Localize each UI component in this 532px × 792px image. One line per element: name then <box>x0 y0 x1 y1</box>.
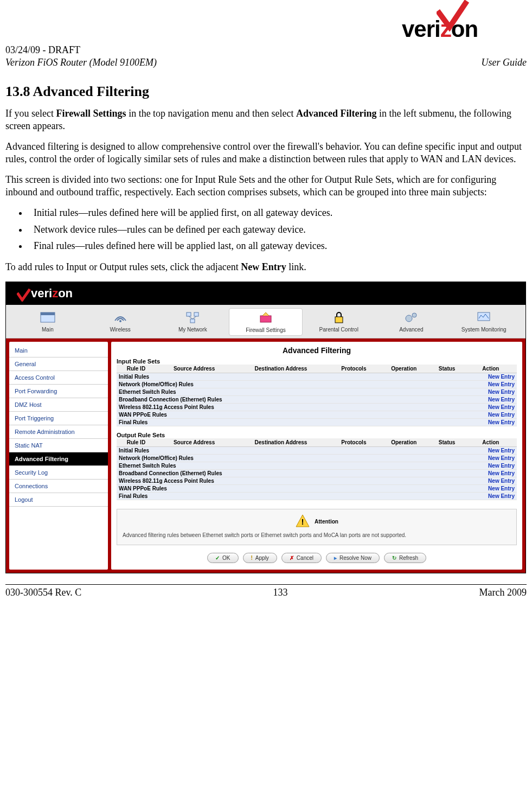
new-entry-link[interactable]: New Entry <box>488 478 515 484</box>
nav-main[interactable]: Main <box>11 308 84 336</box>
new-entry-link[interactable]: New Entry <box>488 448 515 454</box>
cancel-button[interactable]: ✗Cancel <box>281 553 322 563</box>
col-action: Action <box>465 438 517 447</box>
attention-box: ! Attention Advanced filtering rules bet… <box>117 509 517 545</box>
sidebar-item-connections[interactable]: Connections <box>9 480 108 493</box>
refresh-button[interactable]: ↻Refresh <box>384 553 426 563</box>
col-rule-id: Rule ID <box>117 365 156 373</box>
rule-row: Network (Home/Office) RulesNew Entry <box>117 455 517 462</box>
nav-mynetwork[interactable]: My Network <box>156 308 229 336</box>
new-entry-link[interactable]: New Entry <box>488 419 515 425</box>
nav-label: Parental Control <box>319 327 358 333</box>
rule-row: Ethernet Switch RulesNew Entry <box>117 388 517 396</box>
svg-rect-1 <box>41 312 55 315</box>
col-dest: Destination Address <box>233 438 329 447</box>
sidebar-item-static-nat[interactable]: Static NAT <box>9 439 108 452</box>
new-entry-link[interactable]: New Entry <box>488 381 515 387</box>
input-rules-table: Rule ID Source Address Destination Addre… <box>117 365 517 426</box>
footer-right: March 2009 <box>479 587 527 598</box>
bullet-list: Initial rules—rules defined here will be… <box>5 207 527 252</box>
attention-label: Attention <box>315 519 338 525</box>
col-rule-id: Rule ID <box>117 438 156 447</box>
sidebar-item-advanced-filtering[interactable]: Advanced Filtering <box>9 452 108 466</box>
resolve-now-button[interactable]: ▸Resolve Now <box>326 553 380 563</box>
nav-parental[interactable]: Parental Control <box>303 308 375 336</box>
new-entry-link[interactable]: New Entry <box>488 374 515 380</box>
nav-advanced[interactable]: Advanced <box>375 308 448 336</box>
rule-name: Initial Rules <box>117 447 465 455</box>
doc-type: User Guide <box>482 57 527 68</box>
nav-label: My Network <box>178 327 207 333</box>
input-rule-sets-label: Input Rule Sets <box>117 358 517 365</box>
new-entry-link[interactable]: New Entry <box>488 397 515 403</box>
close-icon: ✗ <box>290 555 294 561</box>
gears-icon <box>377 309 446 325</box>
nav-label: Main <box>42 327 54 333</box>
warning-icon: ! <box>295 514 310 529</box>
sidebar-item-dmz-host[interactable]: DMZ Host <box>9 398 108 412</box>
svg-rect-3 <box>187 312 191 316</box>
sidebar-item-port-forwarding[interactable]: Port Forwarding <box>9 385 108 398</box>
rule-row: Wireless 802.11g Access Point RulesNew E… <box>117 404 517 411</box>
ok-button[interactable]: ✓OK <box>207 553 238 563</box>
new-entry-link[interactable]: New Entry <box>488 404 515 410</box>
col-protocols: Protocols <box>329 438 379 447</box>
intro-paragraph-4: To add rules to Input or Output rules se… <box>5 261 527 273</box>
sidebar-item-logout[interactable]: Logout <box>9 493 108 507</box>
new-entry-link[interactable]: New Entry <box>488 455 515 461</box>
rule-row: Final RulesNew Entry <box>117 419 517 426</box>
monitor-icon <box>450 309 518 325</box>
col-operation: Operation <box>379 365 429 373</box>
sidebar-item-security-log[interactable]: Security Log <box>9 466 108 480</box>
rule-row: Initial RulesNew Entry <box>117 373 517 381</box>
new-entry-link[interactable]: New Entry <box>488 389 515 395</box>
bullet-item: Initial rules—rules defined here will be… <box>28 207 527 219</box>
new-entry-link[interactable]: New Entry <box>488 412 515 418</box>
nav-label: Wireless <box>110 327 130 333</box>
col-operation: Operation <box>379 438 429 447</box>
svg-point-2 <box>119 320 121 322</box>
apply-button[interactable]: !Apply <box>243 553 277 563</box>
footer-page-number: 133 <box>273 587 287 598</box>
col-action: Action <box>465 365 517 373</box>
rule-name: Final Rules <box>117 493 465 500</box>
svg-rect-5 <box>190 319 195 323</box>
rule-name: Final Rules <box>117 419 465 426</box>
refresh-icon: ↻ <box>392 555 396 561</box>
sidebar-item-port-triggering[interactable]: Port Triggering <box>9 412 108 425</box>
svg-point-10 <box>406 315 412 322</box>
rule-name: Broadband Connection (Ethernet) Rules <box>117 470 465 477</box>
sidebar-item-main[interactable]: Main <box>9 344 108 357</box>
rule-name: Ethernet Switch Rules <box>117 388 465 396</box>
new-entry-link[interactable]: New Entry <box>488 463 515 469</box>
rule-name: Initial Rules <box>117 373 465 381</box>
nav-label: Firewall Settings <box>246 327 285 333</box>
nav-firewall[interactable]: Firewall Settings <box>229 308 303 336</box>
new-entry-link[interactable]: New Entry <box>488 470 515 476</box>
rule-row: Ethernet Switch RulesNew Entry <box>117 462 517 470</box>
bullet-item: Final rules—rules defined here will be a… <box>28 240 527 252</box>
router-header: verizon <box>6 282 525 305</box>
nav-wireless[interactable]: Wireless <box>84 308 157 336</box>
rule-row: Wireless 802.11g Access Point RulesNew E… <box>117 477 517 485</box>
nav-sysmon[interactable]: System Monitoring <box>447 308 520 336</box>
col-status: Status <box>430 438 465 447</box>
new-entry-link[interactable]: New Entry <box>488 486 515 491</box>
svg-line-7 <box>193 316 196 319</box>
nav-label: Advanced <box>399 327 423 333</box>
sidebar-item-access-control[interactable]: Access Control <box>9 371 108 385</box>
sidebar-item-general[interactable]: General <box>9 357 108 371</box>
firewall-icon <box>232 310 300 326</box>
draft-label: 03/24/09 - DRAFT <box>5 44 527 56</box>
col-status: Status <box>430 365 465 373</box>
rule-row: Final RulesNew Entry <box>117 493 517 500</box>
bullet-item: Network device rules—rules can be define… <box>28 223 527 236</box>
left-sidebar: Main General Access Control Port Forward… <box>9 342 108 570</box>
col-protocols: Protocols <box>329 365 379 373</box>
new-entry-link[interactable]: New Entry <box>488 493 515 499</box>
rule-name: Broadband Connection (Ethernet) Rules <box>117 396 465 404</box>
rule-name: WAN PPPoE Rules <box>117 411 465 419</box>
rule-row: Network (Home/Office) RulesNew Entry <box>117 381 517 388</box>
svg-rect-8 <box>260 316 271 322</box>
sidebar-item-remote-admin[interactable]: Remote Administration <box>9 425 108 439</box>
